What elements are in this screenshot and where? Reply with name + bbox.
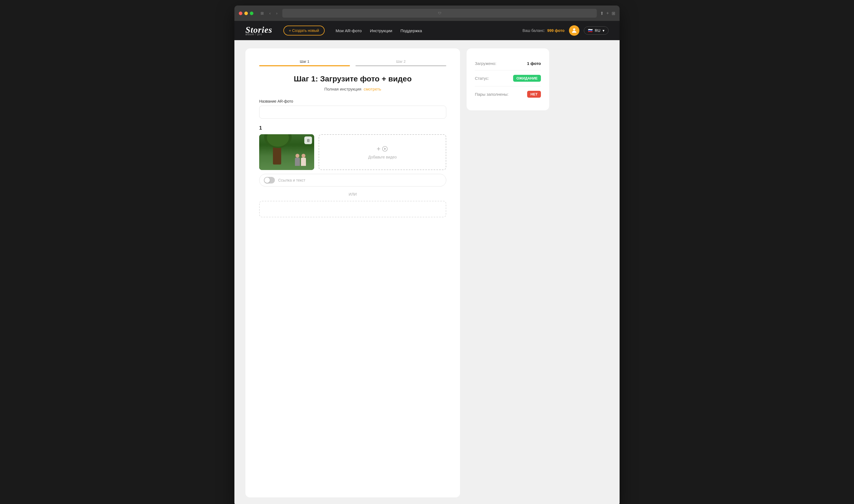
video-upload-area[interactable]: + Добавьте видео (319, 134, 446, 170)
nav-link-my-ar[interactable]: Мои AR-фото (335, 28, 362, 33)
link-toggle-label: Ссылка и текст (278, 178, 305, 182)
trash-icon: 🗑 (307, 138, 310, 143)
chevron-down-icon: ▾ (602, 28, 604, 33)
traffic-light-red[interactable] (239, 12, 242, 15)
step-1-bar (259, 65, 350, 66)
nav-link-support[interactable]: Поддержка (401, 28, 422, 33)
link-toggle-row[interactable]: Ссылка и текст (259, 174, 446, 186)
step-2-label: Шаг 2 (356, 59, 446, 64)
play-circle-icon (382, 146, 388, 152)
browser-window: ⊞ ‹ › 🛡 ⬆ + ⊞ Stories album ! pro + Созд… (234, 5, 620, 504)
stepper: Шаг 1 Шаг 2 (259, 59, 446, 66)
lang-selector[interactable]: 🇷🇺 RU ▾ (584, 26, 608, 35)
right-card: Загружено: 1 фото Статус: ОЖИДАНИЕ Пары … (467, 49, 549, 110)
lang-label: RU (595, 28, 600, 33)
pair-number: 1 (259, 125, 446, 131)
page-title: Шаг 1: Загрузите фото + видео (259, 75, 446, 83)
info-row-uploaded: Загружено: 1 фото (475, 57, 541, 70)
back-btn[interactable]: ‹ (268, 10, 272, 16)
delete-photo-button[interactable]: 🗑 (304, 137, 312, 144)
shield-icon: 🛡 (438, 11, 441, 15)
navbar: Stories album ! pro + Создать новый Мои … (234, 21, 620, 40)
toggle-knob (265, 177, 270, 183)
info-row-status: Статус: ОЖИДАНИЕ (475, 70, 541, 86)
add-pair-area[interactable] (259, 201, 446, 217)
person-1-head (295, 154, 299, 158)
info-row-pairs: Пары заполнены: НЕТ (475, 86, 541, 102)
step-2-bar (356, 65, 446, 66)
instruction-link[interactable]: смотреть (364, 87, 381, 91)
person-2-head (302, 154, 305, 158)
upload-row: 🗑 + Добавьте видео (259, 134, 446, 170)
pairs-badge: НЕТ (527, 91, 541, 98)
avatar[interactable] (569, 25, 579, 36)
toggle-switch[interactable] (264, 177, 275, 183)
photo-thumbnail: 🗑 (259, 134, 314, 170)
flag-icon: 🇷🇺 (588, 28, 593, 33)
address-bar[interactable]: 🛡 (282, 9, 597, 18)
svg-marker-2 (384, 148, 386, 150)
instruction-prefix: Полная инструкция (324, 87, 362, 91)
browser-chrome: ⊞ ‹ › 🛡 ⬆ + ⊞ (234, 5, 620, 21)
balance-prefix: Ваш баланс: (523, 28, 545, 33)
uploaded-key: Загружено: (475, 61, 496, 66)
forward-btn[interactable]: › (275, 10, 279, 16)
svg-point-0 (573, 28, 575, 31)
nav-right: Ваш баланс: 999 фото 🇷🇺 RU ▾ (523, 25, 608, 36)
main-content: Шаг 1 Шаг 2 Шаг 1: Загрузите фото + виде… (234, 40, 620, 504)
add-video-text: Добавьте видео (368, 155, 397, 159)
nav-links: Мои AR-фото Инструкции Поддержка (335, 28, 511, 33)
app-container: Stories album ! pro + Создать новый Мои … (234, 21, 620, 504)
left-card: Шаг 1 Шаг 2 Шаг 1: Загрузите фото + виде… (246, 49, 460, 498)
person-1 (295, 154, 300, 166)
person-1-body (295, 158, 300, 166)
instruction-text: Полная инструкция смотреть (259, 87, 446, 91)
logo: Stories album ! pro (246, 25, 272, 36)
sidebar-toggle-btn[interactable]: ⊞ (259, 10, 266, 16)
plus-icon: + (377, 145, 381, 153)
share-btn[interactable]: ⬆ (600, 11, 604, 16)
step-1-label: Шаг 1 (259, 59, 350, 64)
ar-name-input[interactable] (259, 106, 446, 119)
uploaded-value: 1 фото (527, 61, 541, 66)
balance-text: Ваш баланс: 999 фото (523, 28, 565, 33)
browser-controls: ⊞ ‹ › (259, 10, 279, 16)
people-figures (295, 154, 306, 166)
logo-sub: album ! pro (246, 33, 272, 36)
balance-amount: 999 фото (547, 28, 565, 33)
traffic-light-green[interactable] (250, 12, 253, 15)
nav-link-instructions[interactable]: Инструкции (370, 28, 392, 33)
browser-actions: ⬆ + ⊞ (600, 11, 615, 16)
step-2: Шаг 2 (356, 59, 446, 66)
step-1: Шаг 1 (259, 59, 350, 66)
pairs-key: Пары заполнены: (475, 92, 508, 96)
or-divider: ИЛИ (259, 192, 446, 196)
create-new-button[interactable]: + Создать новый (284, 25, 325, 35)
status-key: Статус: (475, 76, 489, 80)
grid-btn[interactable]: ⊞ (612, 11, 615, 16)
new-tab-btn[interactable]: + (606, 11, 609, 16)
traffic-lights (239, 12, 253, 15)
user-icon (571, 27, 578, 34)
traffic-light-yellow[interactable] (244, 12, 248, 15)
person-2-body (301, 158, 306, 166)
add-video-icon: + (377, 145, 388, 153)
person-2 (301, 154, 306, 166)
ar-name-label: Название AR-фото (259, 99, 446, 104)
status-badge: ОЖИДАНИЕ (513, 75, 541, 82)
